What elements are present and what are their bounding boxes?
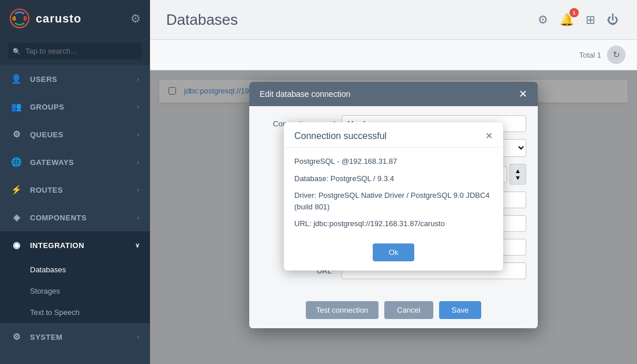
connection-success-popup: Connection successful ✕ PostgreSQL - @19… — [284, 122, 503, 271]
sidebar: carusto ⚙ 👤 USERS › 👥 GROUPS › ⚙ QUEUES … — [0, 0, 150, 364]
modal-overlay: Edit database connection ✕ Connection na… — [150, 70, 637, 364]
users-icon: 👤 — [10, 73, 23, 85]
notifications-wrap: 🔔 1 — [557, 10, 576, 29]
sidebar-item-queues[interactable]: ⚙ QUEUES › — [0, 121, 150, 148]
sidebar-subitem-databases[interactable]: Databases — [0, 259, 150, 280]
chevron-right-icon: › — [137, 186, 140, 193]
settings-button[interactable]: ⚙ — [535, 10, 550, 29]
conn-line3: Driver: PostgreSQL Native Driver / Postg… — [294, 190, 493, 212]
sidebar-item-label: GATEWAYS — [30, 158, 74, 167]
subitem-label: Storages — [30, 287, 60, 295]
toolbar: Total 1 ↻ — [150, 40, 637, 70]
routes-icon: ⚡ — [10, 183, 23, 196]
sidebar-item-label: QUEUES — [30, 130, 63, 139]
ok-button[interactable]: Ok — [373, 243, 415, 261]
notification-badge: 1 — [569, 8, 579, 17]
conn-line4: URL: jdbc:postgresql://192.168.31.87/car… — [294, 218, 493, 230]
system-icon: ⚙ — [10, 331, 23, 343]
sidebar-item-groups[interactable]: 👥 GROUPS › — [0, 93, 150, 121]
conn-popup-close-button[interactable]: ✕ — [485, 130, 493, 141]
components-icon: ◈ — [10, 211, 23, 224]
sidebar-item-integration[interactable]: ◉ INTEGRATION ∨ — [0, 231, 150, 259]
main-area: Databases ⚙ 🔔 1 ⊞ ⏻ Total 1 ↻ jdbc:postg… — [150, 0, 637, 364]
chevron-right-icon: › — [137, 333, 140, 340]
sidebar-item-label: INTEGRATION — [30, 241, 84, 250]
edit-dialog-header: Edit database connection ✕ — [249, 82, 538, 106]
conn-popup-header: Connection successful ✕ — [284, 122, 503, 148]
total-count: Total 1 — [579, 51, 601, 59]
power-button[interactable]: ⏻ — [605, 11, 621, 29]
sidebar-item-label: GROUPS — [30, 103, 64, 111]
groups-icon: 👥 — [10, 100, 23, 113]
edit-dialog-title: Edit database connection — [260, 89, 350, 99]
chevron-down-icon: ∨ — [135, 242, 140, 249]
sidebar-item-routes[interactable]: ⚡ ROUTES › — [0, 176, 150, 204]
queues-icon: ⚙ — [10, 128, 23, 141]
integration-icon: ◉ — [10, 239, 23, 252]
search-area — [0, 37, 150, 65]
app-name: carusto — [36, 12, 81, 25]
cancel-button[interactable]: Cancel — [384, 301, 433, 319]
conn-line1: PostgreSQL - @192.168.31.87 — [294, 156, 493, 167]
spinner-button[interactable]: ▲▼ — [509, 164, 526, 185]
test-connection-button[interactable]: Test connection — [306, 301, 379, 319]
content-area: jdbc:postgresql://192.168.31.87/carusto … — [150, 70, 637, 364]
chevron-right-icon: › — [137, 159, 140, 166]
apps-button[interactable]: ⊞ — [583, 10, 598, 29]
sidebar-subitem-storages[interactable]: Storages — [0, 280, 150, 302]
search-input[interactable] — [8, 43, 142, 59]
save-button[interactable]: Save — [439, 301, 482, 319]
conn-line2: Database: PostgreSQL / 9.3.4 — [294, 173, 493, 185]
sidebar-item-label: SYSTEM — [30, 333, 62, 342]
sidebar-item-label: COMPONENTS — [30, 213, 87, 222]
edit-dialog-close-button[interactable]: ✕ — [519, 89, 527, 99]
edit-dialog-footer: Test connection Cancel Save — [249, 295, 538, 328]
subitem-label: Databases — [30, 265, 66, 274]
chevron-right-icon: › — [137, 214, 140, 221]
chevron-right-icon: › — [137, 76, 140, 82]
subitem-label: Text to Speech — [30, 308, 80, 317]
page-header: Databases ⚙ 🔔 1 ⊞ ⏻ — [150, 0, 637, 40]
chevron-right-icon: › — [137, 131, 140, 138]
conn-popup-title: Connection successful — [294, 131, 387, 141]
sidebar-item-components[interactable]: ◈ COMPONENTS › — [0, 204, 150, 231]
edit-dialog: Edit database connection ✕ Connection na… — [249, 82, 538, 328]
sidebar-gear-icon[interactable]: ⚙ — [130, 12, 141, 25]
carusto-logo-icon — [9, 8, 30, 29]
sidebar-item-label: ROUTES — [30, 186, 63, 194]
header-actions: ⚙ 🔔 1 ⊞ ⏻ — [535, 10, 621, 29]
refresh-button[interactable]: ↻ — [607, 46, 625, 64]
sidebar-item-gateways[interactable]: 🌐 GATEWAYS › — [0, 148, 150, 176]
chevron-right-icon: › — [137, 103, 140, 110]
sidebar-item-system[interactable]: ⚙ SYSTEM › — [0, 323, 150, 351]
sidebar-subitem-text-to-speech[interactable]: Text to Speech — [0, 302, 150, 323]
sidebar-logo-area: carusto ⚙ — [0, 0, 150, 37]
gateways-icon: 🌐 — [10, 156, 23, 168]
sidebar-item-label: USERS — [30, 75, 57, 84]
page-title: Databases — [166, 11, 238, 29]
sidebar-item-users[interactable]: 👤 USERS › — [0, 65, 150, 93]
conn-popup-body: PostgreSQL - @192.168.31.87 Database: Po… — [284, 148, 503, 238]
conn-popup-footer: Ok — [284, 238, 503, 271]
